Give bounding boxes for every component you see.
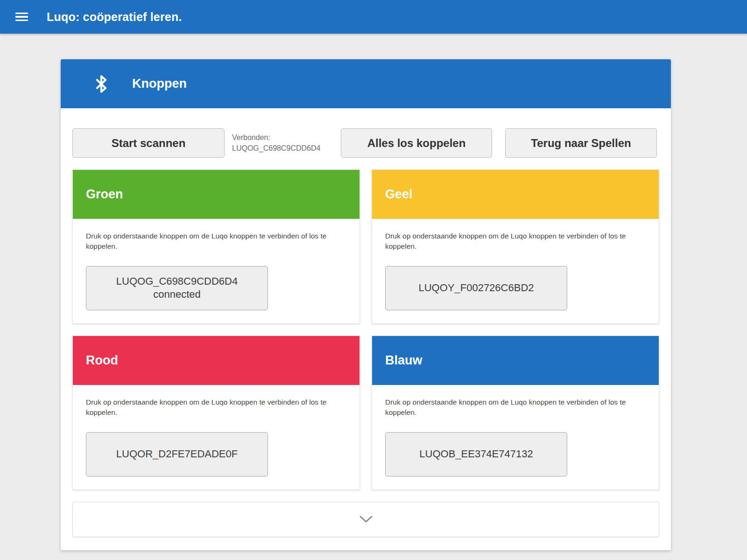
bluetooth-icon bbox=[92, 73, 111, 95]
card-groen: Groen Druk op onderstaande knoppen om de… bbox=[72, 169, 360, 324]
card-blauw-description: Druk op onderstaande knoppen om de Luqo … bbox=[385, 397, 643, 418]
card-geel: Geel Druk op onderstaande knoppen om de … bbox=[372, 169, 659, 324]
device-button-groen[interactable]: LUQOG_C698C9CDD6D4 connected bbox=[86, 266, 268, 310]
card-groen-description: Druk op onderstaande knoppen om de Luqo … bbox=[86, 231, 344, 252]
app-bar: Luqo: coöperatief leren. bbox=[0, 0, 747, 34]
card-rood-header: Rood bbox=[73, 336, 359, 385]
panel-header: Knoppen bbox=[61, 59, 671, 108]
card-rood-description: Druk op onderstaande knoppen om de Luqo … bbox=[86, 397, 344, 418]
card-blauw-title: Blauw bbox=[385, 353, 423, 368]
card-groen-title: Groen bbox=[86, 187, 123, 202]
button-cards-grid: Groen Druk op onderstaande knoppen om de… bbox=[72, 169, 659, 490]
expand-panel-button[interactable] bbox=[72, 502, 659, 537]
panel-title: Knoppen bbox=[132, 77, 187, 91]
start-scan-button[interactable]: Start scannen bbox=[72, 128, 225, 158]
card-geel-title: Geel bbox=[385, 187, 413, 202]
device-id: LUQOG_C698C9CDD6D4 bbox=[116, 275, 238, 288]
card-geel-header: Geel bbox=[372, 170, 659, 219]
bluetooth-panel: Knoppen Start scannen Verbonden: LUQOG_C… bbox=[61, 59, 671, 550]
device-id: LUQOR_D2FE7EDADE0F bbox=[116, 448, 238, 461]
chevron-down-icon bbox=[359, 515, 373, 523]
unpair-all-button[interactable]: Alles los koppelen bbox=[341, 128, 492, 158]
card-geel-description: Druk op onderstaande knoppen om de Luqo … bbox=[385, 231, 643, 252]
device-button-geel[interactable]: LUQOY_F002726C6BD2 bbox=[385, 266, 567, 310]
device-status: connected bbox=[153, 288, 201, 301]
actions-row: Start scannen Verbonden: LUQOG_C698C9CDD… bbox=[72, 128, 659, 158]
connected-status: Verbonden: LUQOG_C698C9CDD6D4 bbox=[232, 133, 336, 154]
hamburger-icon[interactable] bbox=[15, 11, 28, 23]
back-to-games-button[interactable]: Terug naar Spellen bbox=[505, 128, 657, 158]
panel-body: Start scannen Verbonden: LUQOG_C698C9CDD… bbox=[61, 108, 671, 550]
device-id: LUQOB_EE374E747132 bbox=[419, 448, 533, 461]
device-id: LUQOY_F002726C6BD2 bbox=[418, 281, 534, 295]
connected-device-id: LUQOG_C698C9CDD6D4 bbox=[232, 143, 336, 154]
app-title: Luqo: coöperatief leren. bbox=[47, 10, 182, 24]
card-blauw: Blauw Druk op onderstaande knoppen om de… bbox=[372, 336, 659, 490]
device-button-rood[interactable]: LUQOR_D2FE7EDADE0F bbox=[86, 432, 268, 476]
device-button-blauw[interactable]: LUQOB_EE374E747132 bbox=[385, 432, 567, 476]
card-groen-header: Groen bbox=[73, 170, 359, 219]
card-blauw-header: Blauw bbox=[372, 336, 659, 385]
card-rood: Rood Druk op onderstaande knoppen om de … bbox=[72, 336, 360, 490]
connected-label: Verbonden: bbox=[232, 133, 336, 143]
card-rood-title: Rood bbox=[86, 353, 118, 368]
